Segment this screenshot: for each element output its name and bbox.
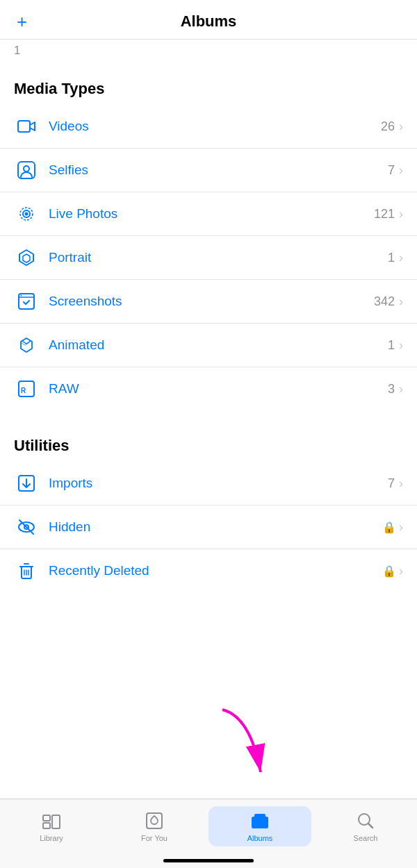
svg-rect-0 [18,121,30,132]
chevron-icon: › [399,520,403,535]
library-tab-label: Library [40,834,63,842]
videos-icon [14,114,39,139]
animated-count: 1 [388,338,395,353]
lock-icon: 🔒 [382,521,396,534]
svg-point-5 [25,212,28,216]
for-you-tab-label: For You [141,834,167,842]
raw-count: 3 [388,382,395,397]
tab-for-you[interactable]: For You [103,806,206,846]
svg-rect-19 [252,817,268,828]
portrait-icon [14,245,39,270]
chevron-icon: › [399,119,403,134]
for-you-tab-icon [142,810,167,831]
list-item[interactable]: Live Photos 121 › [0,192,417,236]
list-item[interactable]: Animated 1 › [0,324,417,367]
imports-icon [14,471,39,496]
svg-rect-20 [254,814,265,818]
library-tab-icon [39,810,64,831]
screenshots-icon [14,289,39,314]
videos-count: 26 [381,119,395,134]
tab-bar: Library For You Albums Search [0,799,417,868]
svg-rect-15 [43,815,50,821]
svg-rect-17 [52,815,60,828]
list-item[interactable]: Recently Deleted 🔒 › [0,549,417,592]
chevron-icon: › [399,338,403,353]
utilities-header: Utilities [0,417,417,462]
add-album-button[interactable]: + [17,12,27,31]
live-photos-label: Live Photos [49,206,374,222]
portrait-label: Portrait [49,250,388,265]
tab-search[interactable]: Search [314,806,417,846]
header: + Albums [0,0,417,40]
live-photos-count: 121 [374,207,395,222]
imports-count: 7 [388,476,395,491]
screenshots-count: 342 [374,294,395,309]
portrait-count: 1 [388,251,395,265]
selfies-label: Selfies [49,162,388,178]
hidden-label: Hidden [49,519,382,535]
page-title: Albums [181,12,237,31]
list-item[interactable]: Hidden 🔒 › [0,506,417,549]
list-item[interactable]: Videos 26 › [0,105,417,149]
chevron-icon: › [399,294,403,309]
media-types-header: Media Types [0,60,417,105]
tab-library[interactable]: Library [0,806,103,846]
svg-rect-16 [43,823,50,828]
selfies-count: 7 [388,163,395,178]
chevron-icon: › [399,207,403,222]
partial-indicator: 1 [0,40,417,60]
chevron-icon: › [399,564,403,578]
animated-label: Animated [49,337,388,353]
albums-tab-label: Albums [247,834,273,842]
live-photos-icon [14,201,39,226]
recently-deleted-icon [14,558,39,583]
list-item[interactable]: Portrait 1 › [0,236,417,280]
svg-text:R: R [21,387,26,394]
chevron-icon: › [399,163,403,178]
chevron-icon: › [399,476,403,491]
svg-point-7 [21,295,22,297]
media-types-section: Media Types Videos 26 › Selfie [0,60,417,410]
svg-point-2 [24,166,29,172]
raw-icon: R [14,376,39,401]
lock-icon: 🔒 [382,565,396,578]
search-tab-icon [353,810,378,831]
chevron-icon: › [399,251,403,265]
search-tab-label: Search [354,834,378,842]
hidden-icon [14,515,39,540]
screenshots-label: Screenshots [49,294,374,309]
list-item[interactable]: Selfies 7 › [0,149,417,192]
scroll-content: 1 Media Types Videos 26 › [0,40,417,838]
selfies-icon [14,158,39,183]
list-item[interactable]: Screenshots 342 › [0,280,417,324]
utilities-section: Utilities Imports 7 › Hidden [0,417,417,592]
home-indicator [163,859,254,862]
list-item[interactable]: R RAW 3 › [0,367,417,410]
list-item[interactable]: Imports 7 › [0,462,417,506]
raw-label: RAW [49,381,388,397]
chevron-icon: › [399,382,403,397]
videos-label: Videos [49,119,381,134]
animated-icon [14,333,39,358]
tab-albums[interactable]: Albums [208,806,311,846]
recently-deleted-label: Recently Deleted [49,563,382,578]
albums-tab-icon [247,810,272,831]
imports-label: Imports [49,476,388,491]
